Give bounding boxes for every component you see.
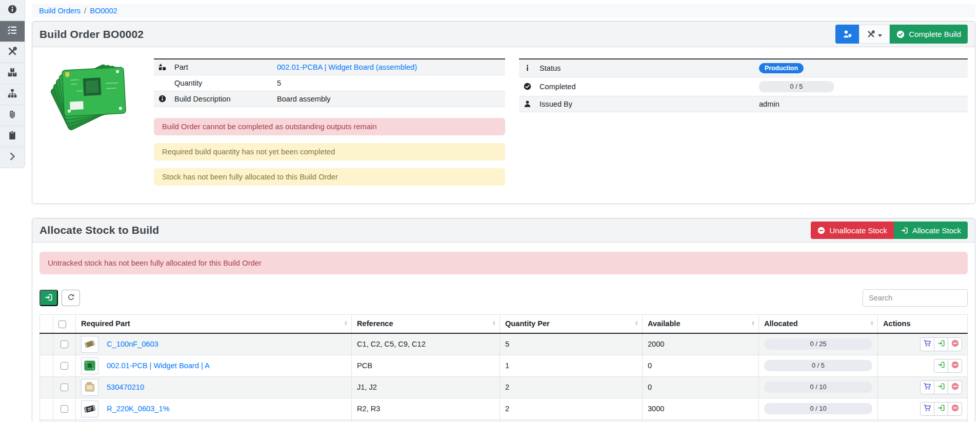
detail-row-part: Part002.01-PCBA | Widget Board (assemble…	[154, 59, 505, 75]
available-cell: 0	[643, 376, 759, 398]
info-circle-icon	[158, 95, 166, 103]
unallocate-stock-button[interactable]: Unallocate Stock	[811, 222, 894, 239]
sidebar-item-child-builds[interactable]	[0, 84, 25, 105]
user-icon	[524, 100, 531, 108]
detail-label: Part	[170, 59, 273, 75]
buy-stock-button[interactable]	[920, 380, 934, 394]
reference-cell: R2, R3	[352, 398, 500, 419]
column-header-available[interactable]: Available▲▼	[643, 315, 759, 333]
breadcrumb-link[interactable]: BO0002	[90, 7, 117, 15]
part-link[interactable]: C_100nF_0603	[107, 340, 158, 348]
column-header-allocated[interactable]: Allocated▲▼	[759, 315, 878, 333]
sort-icon: ▲▼	[870, 321, 874, 326]
allocated-progress: 0 / 10	[764, 381, 872, 393]
part-link[interactable]: R_220K_0603_1%	[107, 405, 170, 413]
quantity-per-cell: 2	[500, 398, 643, 419]
minus-circle-icon	[951, 339, 959, 349]
row-select-cell	[53, 398, 76, 419]
row-checkbox[interactable]	[61, 384, 68, 391]
complete-build-button[interactable]: Complete Build	[890, 25, 968, 44]
column-header-reference[interactable]: Reference▲▼	[352, 315, 500, 333]
select-all-checkbox[interactable]	[58, 320, 66, 328]
row-index-cell	[40, 419, 53, 422]
row-checkbox[interactable]	[61, 340, 68, 348]
chevron-right-icon	[8, 152, 17, 163]
detail-row-completed: Completed0 / 5	[519, 77, 968, 96]
sitemap-icon	[8, 89, 17, 100]
row-index-cell	[40, 376, 53, 398]
build-status-table: StatusProductionCompleted0 / 5Issued Bya…	[519, 58, 968, 112]
column-header-quantity-per[interactable]: Quantity Per▲▼	[500, 315, 643, 333]
buy-stock-button[interactable]	[920, 402, 934, 416]
detail-value: admin	[759, 100, 779, 108]
refresh-table-button[interactable]	[62, 290, 80, 306]
allocated-cell: 0 / 5	[759, 355, 878, 376]
shopping-cart-icon	[924, 404, 931, 413]
sidebar-item-details[interactable]	[0, 0, 25, 21]
sign-in-icon	[45, 293, 53, 303]
pcb-thumb	[81, 357, 98, 374]
page: Build Orders/BO0002 Build Order BO0002 C…	[0, 0, 980, 422]
sort-icon: ▲▼	[344, 321, 348, 326]
allocated-progress: 0 / 5	[764, 360, 872, 371]
header-actions: Complete Build	[835, 25, 968, 44]
sort-icon: ▲▼	[492, 321, 496, 326]
checklist-icon	[8, 26, 17, 37]
remove-line-button[interactable]	[948, 402, 962, 416]
minus-circle-icon	[817, 227, 825, 234]
allocate-stock-row-button[interactable]	[934, 337, 948, 351]
build-actions-menu-button[interactable]	[859, 25, 890, 44]
sidebar-item-attachments[interactable]	[0, 105, 25, 126]
build-order-details: Part002.01-PCBA | Widget Board (assemble…	[32, 47, 975, 204]
sidebar-item-completed-outputs[interactable]	[0, 63, 25, 84]
build-details-left: Part002.01-PCBA | Widget Board (assemble…	[39, 58, 505, 193]
allocate-stock-button[interactable]: Allocate Stock	[894, 222, 968, 239]
allocate-stock-panel: Allocate Stock to Build Unallocate Stock…	[32, 218, 975, 422]
part-link[interactable]: 002.01-PCBA | Widget Board (assembled)	[277, 63, 417, 71]
row-checkbox[interactable]	[61, 405, 68, 413]
sidebar-item-pending-items[interactable]	[0, 42, 25, 63]
part-link[interactable]: 002.01-PCB | Widget Board | A	[107, 361, 210, 370]
sidebar-expand-button[interactable]	[0, 147, 25, 168]
remove-line-button[interactable]	[948, 380, 962, 394]
admin-view-button[interactable]	[835, 25, 859, 44]
allocated-cell: 0 / 10	[759, 376, 878, 398]
info-circle-icon	[8, 5, 17, 16]
check-circle-icon	[896, 30, 905, 38]
sign-in-icon	[937, 339, 945, 349]
sidebar-item-notes[interactable]	[0, 126, 25, 147]
remove-line-button[interactable]	[948, 359, 962, 373]
search-input[interactable]	[863, 289, 968, 307]
detail-label: Issued By	[535, 96, 755, 112]
detail-label: Build Description	[170, 91, 273, 107]
column-label: Reference	[357, 319, 393, 328]
build-order-panel: Build Order BO0002 Complete Build Part00…	[32, 21, 975, 204]
detail-value: 5	[277, 79, 281, 87]
breadcrumb-link[interactable]: Build Orders	[39, 7, 81, 15]
part-link[interactable]: 530470210	[107, 383, 144, 391]
column-header-required-part[interactable]: Required Part▲▼	[76, 315, 352, 333]
breadcrumb-separator: /	[84, 7, 86, 15]
allocate-panel-header: Allocate Stock to Build Unallocate Stock…	[32, 218, 975, 243]
row-checkbox[interactable]	[61, 362, 68, 370]
allocate-stock-row-button[interactable]	[934, 402, 948, 416]
column-header-actions: Actions	[878, 315, 968, 333]
buy-stock-button[interactable]	[920, 337, 934, 351]
user-shield-icon	[843, 30, 852, 38]
table-row: 002.01-PCB | Widget Board | APCB100 / 5	[40, 355, 968, 376]
column-label: Required Part	[81, 319, 130, 328]
table-row: R_10R_0402_1%R1, R4200 / 10	[40, 419, 968, 422]
required-part-cell: C_100nF_0603	[76, 333, 352, 355]
allocate-stock-row-button[interactable]	[934, 359, 948, 373]
sign-in-icon	[901, 227, 908, 234]
table-toolbar	[39, 289, 968, 307]
build-details-right: StatusProductionCompleted0 / 5Issued Bya…	[519, 58, 968, 193]
auto-allocate-button[interactable]	[39, 290, 58, 306]
required-part-cell: 002.01-PCB | Widget Board | A	[76, 355, 352, 376]
remove-line-button[interactable]	[948, 337, 962, 351]
detail-value: Board assembly	[277, 95, 331, 103]
sidebar-item-allocate-stock[interactable]	[0, 21, 25, 42]
available-cell: 2000	[643, 333, 759, 355]
paperclip-icon	[8, 110, 17, 121]
allocate-stock-row-button[interactable]	[934, 380, 948, 394]
